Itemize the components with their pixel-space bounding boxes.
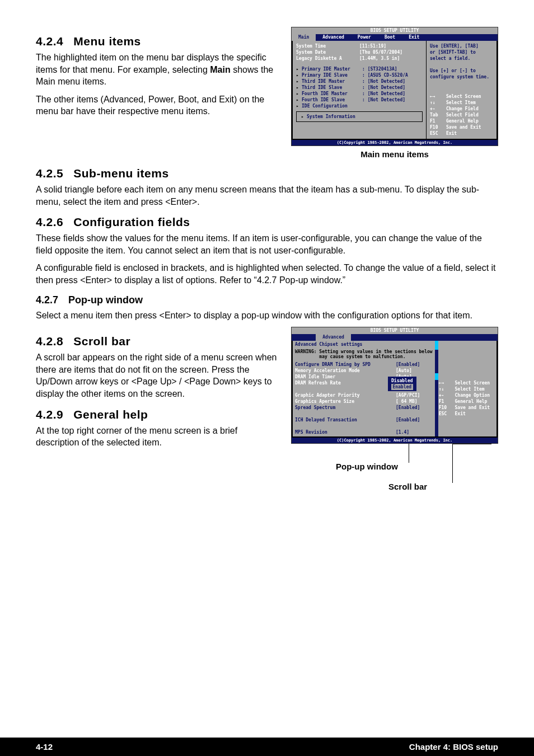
field-system-date[interactable]: System Date	[296, 49, 359, 55]
bios-copyright: (C)Copyright 1985-2002, American Megatre…	[292, 140, 498, 145]
adv-item[interactable]: ICH Delayed Transaction	[295, 417, 396, 423]
bios-title: BIOS SETUP UTILITY	[292, 327, 498, 334]
help-description: Use [ENTER], [TAB] or [SHIFT-TAB] to sel…	[430, 43, 493, 80]
adv-item[interactable]: Spread Spectrum	[295, 405, 396, 411]
scroll-thumb[interactable]	[435, 341, 438, 350]
field-fourth-ide-master[interactable]: Fourth IDE Master	[302, 91, 362, 97]
popup-option-enabled[interactable]: Enabled	[391, 384, 413, 390]
warning-text: WARNING: Setting wrong values in the sec…	[293, 348, 435, 360]
callout-line	[409, 444, 409, 463]
adv-item[interactable]: MPS Revision	[295, 429, 396, 435]
val-system-date[interactable]: [Thu 05/07/2004]	[359, 49, 423, 55]
tab-advanced[interactable]: Advanced	[316, 334, 351, 341]
help-keys: ←→ Select Screen ↑↓ Select Item +- Chang…	[439, 380, 493, 417]
adv-item[interactable]: Memory Acceleration Mode	[295, 368, 396, 374]
p-426-2: A configurable field is enclosed in brac…	[36, 262, 498, 286]
adv-item[interactable]: Configure DRAM Timing by SPD	[295, 361, 396, 368]
caption-main-menu-items: Main menu items	[291, 149, 498, 159]
heading-429: 4.2.9General help	[36, 408, 280, 421]
callout-scrollbar: Scroll bar	[388, 482, 427, 491]
submenu-caret-icon: ▸	[296, 66, 299, 72]
p-428-1: A scroll bar appears on the right side o…	[36, 351, 280, 400]
bios-main-window: BIOS SETUP UTILITY Main Advanced Power B…	[291, 27, 498, 146]
heading-424: 4.2.4Menu items	[36, 35, 280, 48]
bios-advanced-window: BIOS SETUP UTILITY Main Advanced Advance…	[291, 327, 498, 444]
p-427-1: Select a menu item then press <Enter> to…	[36, 309, 498, 322]
scroll-thumb[interactable]	[435, 373, 438, 380]
submenu-caret-icon: ▸	[296, 78, 299, 84]
tab-main[interactable]: Main	[292, 34, 316, 41]
submenu-caret-icon: ▸	[296, 72, 299, 78]
callout-popup: Pop-up window	[336, 462, 398, 471]
field-ide-configuration[interactable]: IDE Configuration	[302, 103, 423, 109]
heading-426: 4.2.6Configuration fields	[36, 215, 498, 229]
heading-428: 4.2.8Scroll bar	[36, 335, 280, 348]
submenu-caret-icon: ▸	[301, 114, 305, 120]
tab-power[interactable]: Power	[351, 34, 378, 41]
field-third-ide-master[interactable]: Third IDE Master	[302, 78, 362, 84]
field-legacy-diskette[interactable]: Legacy Diskette A	[296, 55, 359, 62]
advanced-heading: Advanced Chipset settings	[293, 341, 435, 348]
p-426-1: These fields show the values for the men…	[36, 232, 498, 256]
field-primary-ide-master[interactable]: Primary IDE Master	[302, 66, 362, 72]
tab-boot[interactable]: Boot	[378, 34, 402, 41]
field-system-time[interactable]: System Time	[296, 43, 359, 49]
callout-line	[452, 444, 453, 483]
submenu-caret-icon: ▸	[296, 97, 299, 103]
help-keys: ←→ Select Screen ↑↓ Select Item +- Chang…	[430, 93, 493, 137]
bios-menubar[interactable]: Main Advanced Power Boot Exit	[292, 34, 498, 41]
scroll-bar[interactable]	[435, 341, 438, 436]
adv-item[interactable]: Graphics Aperture Size	[295, 398, 396, 405]
callout-area: Pop-up window Scroll bar	[291, 444, 498, 500]
p-425-1: A solid triangle before each item on any…	[36, 184, 498, 208]
adv-item[interactable]: DRAM Idle Timer	[295, 374, 396, 380]
submenu-caret-icon: ▸	[296, 103, 299, 109]
p-424-1: The highlighted item on the menu bar dis…	[36, 51, 280, 88]
submenu-caret-icon: ▸	[296, 91, 299, 97]
bios-menubar[interactable]: Main Advanced	[292, 334, 498, 341]
submenu-caret-icon: ▸	[296, 84, 299, 91]
adv-item[interactable]: DRAM Refresh Rate	[295, 380, 396, 386]
bios-title: BIOS SETUP UTILITY	[292, 27, 498, 34]
field-primary-ide-slave[interactable]: Primary IDE Slave	[302, 72, 362, 78]
val-legacy-diskette[interactable]: [1.44M, 3.5 in]	[359, 55, 423, 62]
bios-copyright: (C)Copyright 1985-2002, American Megatre…	[292, 438, 498, 443]
callout-line	[452, 444, 491, 444]
tab-exit[interactable]: Exit	[402, 34, 426, 41]
p-429-1: At the top right corner of the menu scre…	[36, 425, 280, 449]
field-third-ide-slave[interactable]: Third IDE Slave	[302, 84, 362, 91]
field-fourth-ide-slave[interactable]: Fourth IDE Slave	[302, 97, 362, 103]
heading-425: 4.2.5Sub-menu items	[36, 167, 498, 180]
popup-window[interactable]: Disabled Enabled	[388, 377, 416, 391]
popup-option-disabled[interactable]: Disabled	[391, 378, 413, 384]
tab-advanced[interactable]: Advanced	[316, 34, 351, 41]
p-424-2: The other items (Advanced, Power, Boot, …	[36, 93, 280, 118]
adv-item[interactable]: Graphic Adapter Priority	[295, 392, 396, 398]
val-system-time[interactable]: [11:51:19]	[359, 43, 423, 49]
box-system-information[interactable]: ▸System Information	[296, 111, 423, 122]
heading-427: 4.2.7Pop-up window	[36, 294, 498, 306]
